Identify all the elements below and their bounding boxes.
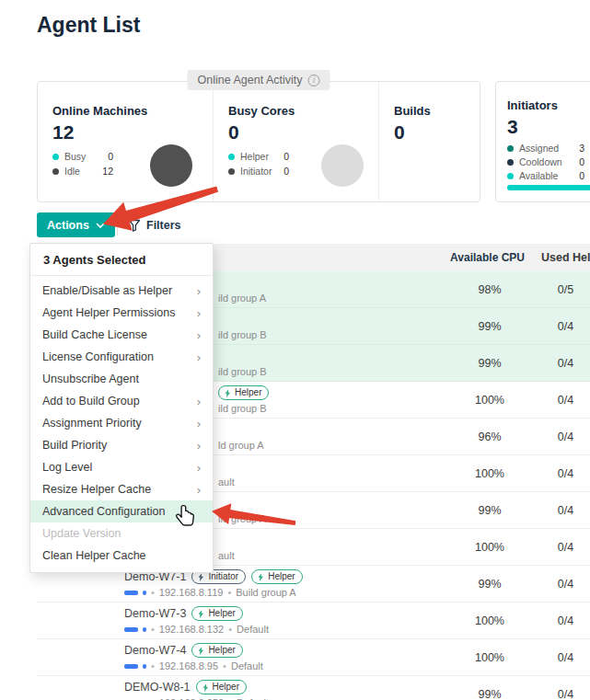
agent-name-cell: Demo-W7-3Helper •192.168.8.132•Default bbox=[37, 606, 442, 635]
initiator-badge-label: Initiator bbox=[208, 571, 238, 582]
legend-item: Helper 0 bbox=[228, 151, 289, 162]
chevron-right-icon: › bbox=[197, 351, 201, 363]
helper-badge: Helper bbox=[218, 385, 269, 400]
menu-item-label: Enable/Disable as Helper bbox=[42, 284, 172, 297]
busy-dot bbox=[52, 154, 59, 160]
helper-badge: Helper bbox=[191, 606, 242, 621]
chevron-right-icon: › bbox=[197, 484, 201, 496]
menu-item-agent-helper-permissions[interactable]: Agent Helper Permissions › bbox=[30, 302, 213, 324]
available-cpu-value: 100% bbox=[442, 651, 525, 664]
available-cpu-value: 99% bbox=[442, 357, 525, 370]
agent-subtitle-fragment: ild group A bbox=[218, 293, 266, 304]
agent-name: DEMO-W8-1 bbox=[124, 681, 191, 694]
legend-item: Assigned 3 bbox=[507, 143, 584, 154]
menu-item-label: Build Cache License bbox=[42, 328, 147, 341]
menu-item-clean-helper-cache[interactable]: Clean Helper Cache bbox=[30, 545, 213, 567]
legend-item: Available 0 bbox=[507, 170, 584, 181]
agent-subtitle-line: ld group A bbox=[218, 440, 442, 451]
table-row[interactable]: Demo-W7-4Helper •192.168.8.95•Default 10… bbox=[37, 639, 590, 676]
agent-list-page: Agent List Online Agent Activity i Onlin… bbox=[0, 0, 590, 700]
menu-item-license-configuration[interactable]: License Configuration › bbox=[30, 346, 213, 368]
menu-item-label: Resize Helper Cache bbox=[42, 483, 151, 496]
chevron-right-icon: › bbox=[197, 396, 201, 407]
helper-badge-label: Helper bbox=[208, 608, 235, 619]
helper-dot bbox=[228, 154, 235, 160]
menu-item-label: Build Priority bbox=[42, 439, 107, 452]
initiators-legend: Assigned 3 Cooldown 0 Available 0 bbox=[507, 143, 584, 181]
agent-subtitle-line: •192.168.8.119•Build group A bbox=[124, 587, 442, 598]
helper-badge-label: Helper bbox=[268, 571, 295, 582]
legend-value: 3 bbox=[579, 143, 584, 154]
menu-item-enable-disable-as-helper[interactable]: Enable/Disable as Helper › bbox=[30, 280, 213, 302]
menu-item-build-cache-license[interactable]: Build Cache License › bbox=[30, 324, 213, 346]
idle-dot bbox=[52, 168, 59, 175]
helper-badge: Helper bbox=[191, 643, 242, 658]
page-title: Agent List bbox=[37, 13, 140, 38]
available-cpu-value: 100% bbox=[442, 541, 525, 554]
agent-name-line: Helper bbox=[218, 385, 442, 400]
agent-subtitle-line: ault bbox=[218, 476, 442, 488]
initiators-card: Initiators 3 Assigned 3 Cooldown 0 Avail… bbox=[495, 81, 590, 202]
builds-section: Builds 0 bbox=[378, 82, 480, 201]
agent-name-line bbox=[218, 534, 442, 547]
available-cpu-value: 99% bbox=[442, 320, 525, 333]
agent-name-line: DEMO-W8-1Helper bbox=[124, 680, 442, 694]
available-cpu-value: 99% bbox=[442, 578, 525, 591]
busy-cores-section: Busy Cores 0 Helper 0 Initiator 0 bbox=[213, 82, 378, 201]
used-helpers-value: 0/4 bbox=[541, 504, 590, 517]
legend-value: 0 bbox=[579, 156, 584, 167]
table-row[interactable]: DEMO-W8-1Helper •192.168.9.252•Default 9… bbox=[37, 676, 590, 700]
legend-value: 0 bbox=[579, 170, 584, 181]
menu-item-add-to-build-group[interactable]: Add to Build Group › bbox=[30, 390, 213, 412]
available-cpu-value: 100% bbox=[442, 394, 525, 407]
agent-subtitle-line: ild group B bbox=[218, 366, 442, 377]
table-row[interactable]: Demo-W7-3Helper •192.168.8.132•Default 1… bbox=[37, 602, 590, 639]
chevron-right-icon: › bbox=[197, 285, 201, 297]
available-cpu-value: 100% bbox=[442, 614, 525, 627]
column-available-cpu[interactable]: Available CPU bbox=[442, 251, 525, 264]
agent-group: Default bbox=[231, 660, 263, 671]
agent-subtitle-line: ild group B bbox=[218, 403, 442, 414]
core-usage-bar bbox=[124, 664, 138, 669]
used-helpers-value: 0/4 bbox=[541, 394, 590, 407]
busy-cores-legend: Helper 0 Initiator 0 bbox=[228, 151, 289, 177]
agent-subtitle-line: ild group A bbox=[218, 293, 442, 304]
menu-item-assignment-priority[interactable]: Assignment Priority › bbox=[30, 412, 213, 434]
busy-cores-value: 0 bbox=[228, 121, 364, 143]
menu-item-label: Log Level bbox=[42, 461, 92, 474]
helper-badge-label: Helper bbox=[208, 645, 235, 656]
menu-item-log-level[interactable]: Log Level › bbox=[30, 456, 213, 478]
menu-item-resize-helper-cache[interactable]: Resize Helper Cache › bbox=[30, 478, 213, 500]
online-machines-title: Online Machines bbox=[52, 104, 198, 118]
bolt-icon bbox=[202, 683, 209, 692]
menu-item-build-priority[interactable]: Build Priority › bbox=[30, 434, 213, 456]
agent-subtitle-fragment: ild group B bbox=[218, 329, 267, 340]
bullet-separator: • bbox=[151, 660, 155, 671]
menu-item-label: Agent Helper Permissions bbox=[42, 306, 176, 319]
initiators-value: 3 bbox=[507, 116, 590, 138]
bolt-icon bbox=[198, 610, 204, 618]
agent-subtitle-fragment: ld group A bbox=[218, 440, 264, 451]
available-cpu-value: 99% bbox=[442, 504, 525, 517]
available-cpu-value: 100% bbox=[442, 467, 525, 480]
used-helpers-value: 0/4 bbox=[541, 688, 590, 700]
menu-item-unsubscribe-agent[interactable]: Unsubscribe Agent bbox=[30, 368, 213, 390]
menu-item-label: Update Version bbox=[42, 527, 121, 540]
initiator-dot bbox=[228, 168, 235, 175]
initiators-title: Initiators bbox=[507, 98, 590, 112]
agent-subtitle-fragment: ault bbox=[218, 476, 235, 488]
info-icon[interactable]: i bbox=[307, 75, 319, 86]
agent-ip: 192.168.8.119 bbox=[159, 587, 224, 598]
chevron-right-icon: › bbox=[197, 329, 201, 341]
used-helpers-value: 0/5 bbox=[541, 283, 590, 296]
column-used-helpers[interactable]: Used Help bbox=[541, 251, 590, 264]
chevron-right-icon: › bbox=[197, 307, 201, 319]
chevron-right-icon: › bbox=[197, 418, 201, 430]
legend-value: 0 bbox=[108, 151, 113, 162]
agent-name-cell: Demo-W7-1InitiatorHelper •192.168.8.119•… bbox=[37, 569, 442, 598]
used-helpers-value: 0/4 bbox=[541, 430, 590, 443]
agent-name-line bbox=[218, 423, 442, 437]
agent-name-line bbox=[218, 313, 442, 327]
agent-ip: 192.168.8.95 bbox=[159, 660, 218, 671]
online-agent-activity-badge: Online Agent Activity i bbox=[188, 70, 330, 90]
